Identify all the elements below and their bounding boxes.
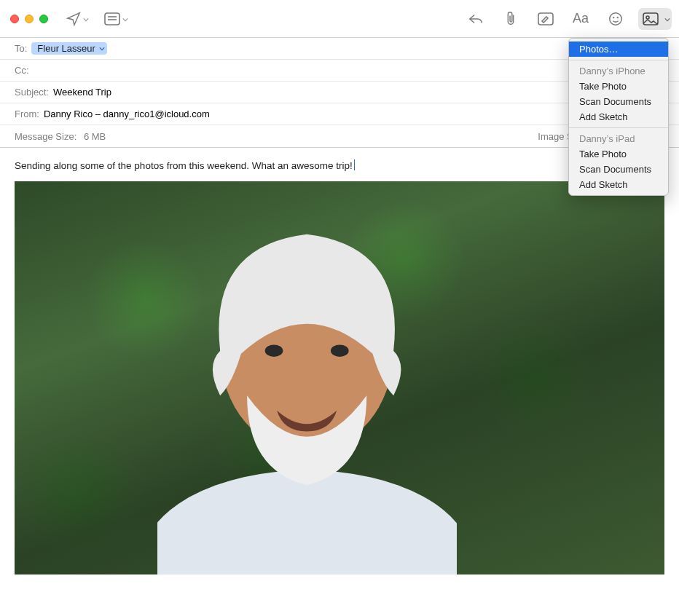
to-label: To: — [15, 43, 27, 54]
menu-separator — [569, 127, 668, 128]
minimize-window-button[interactable] — [25, 15, 34, 23]
menu-header-ipad: Danny’s iPad — [569, 131, 668, 146]
compose-toolbar: Aa — [0, 0, 679, 38]
recipient-token[interactable]: Fleur Lasseur — [31, 42, 106, 55]
zoom-window-button[interactable] — [39, 15, 48, 23]
attach-button[interactable] — [498, 8, 523, 30]
svg-rect-3 — [538, 13, 553, 25]
svg-point-5 — [613, 17, 614, 17]
svg-point-11 — [265, 344, 283, 356]
menu-item-iphone-sketch[interactable]: Add Sketch — [569, 109, 668, 125]
header-fields-button[interactable] — [103, 8, 130, 30]
menu-item-photos[interactable]: Photos… — [569, 42, 668, 57]
menu-item-ipad-take-photo[interactable]: Take Photo — [569, 146, 668, 162]
chevron-down-icon — [99, 46, 105, 52]
message-body[interactable]: Sending along some of the photos from th… — [0, 148, 679, 574]
format-button[interactable]: Aa — [568, 8, 593, 30]
recipient-name: Fleur Lasseur — [37, 43, 95, 54]
photo-browser-menu: Photos… Danny’s iPhone Take Photo Scan D… — [568, 38, 669, 196]
menu-header-iphone: Danny’s iPhone — [569, 63, 668, 79]
svg-rect-0 — [105, 13, 119, 25]
message-size-value: 6 MB — [84, 131, 106, 142]
close-window-button[interactable] — [10, 15, 19, 23]
emoji-button[interactable] — [603, 8, 628, 30]
reply-button[interactable] — [463, 8, 488, 30]
body-text: Sending along some of the photos from th… — [15, 160, 353, 171]
svg-point-6 — [617, 17, 618, 17]
text-cursor — [354, 159, 355, 170]
from-value: Danny Rico – danny_rico1@icloud.com — [44, 108, 210, 119]
markup-button[interactable] — [533, 8, 558, 30]
from-label: From: — [15, 108, 39, 119]
photo-browser-button[interactable] — [638, 8, 672, 30]
menu-item-ipad-sketch[interactable]: Add Sketch — [569, 177, 668, 192]
svg-point-8 — [646, 16, 649, 19]
cc-label: Cc: — [15, 65, 29, 76]
svg-point-4 — [610, 12, 622, 25]
menu-item-ipad-scan[interactable]: Scan Documents — [569, 162, 668, 177]
subject-label: Subject: — [15, 87, 49, 98]
menu-item-iphone-take-photo[interactable]: Take Photo — [569, 79, 668, 94]
attached-photo[interactable] — [15, 181, 664, 574]
menu-item-iphone-scan[interactable]: Scan Documents — [569, 94, 668, 109]
format-icon: Aa — [573, 11, 589, 26]
svg-point-12 — [331, 344, 349, 356]
menu-separator — [569, 60, 668, 60]
send-button[interactable] — [66, 8, 90, 30]
person-in-photo — [157, 186, 456, 574]
message-size-label: Message Size: — [15, 131, 76, 142]
window-controls — [10, 15, 48, 23]
subject-value: Weekend Trip — [53, 87, 111, 98]
